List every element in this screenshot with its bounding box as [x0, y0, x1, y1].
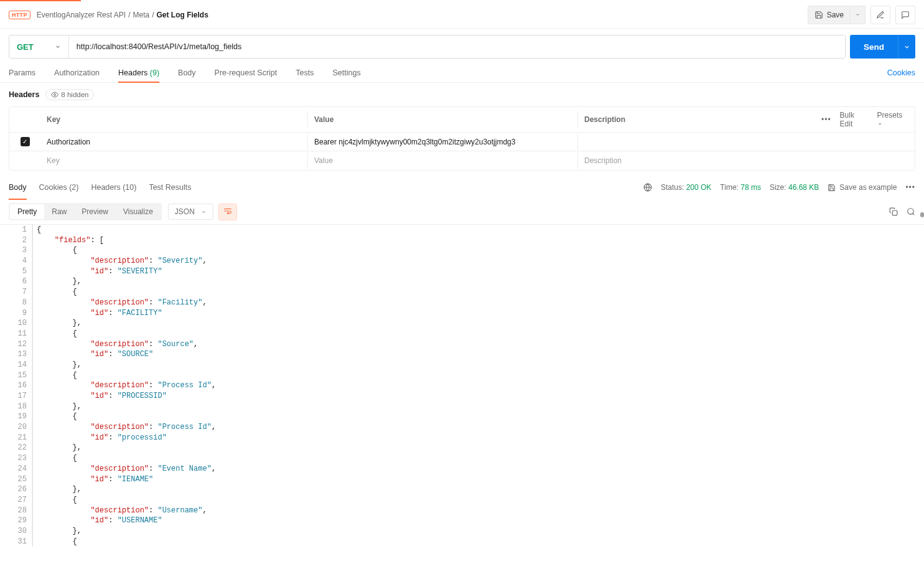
- resp-headers-label: Headers: [91, 183, 120, 192]
- tab-headers-count: (9): [150, 68, 159, 77]
- viewer-bar: Pretty Raw Preview Visualize JSON: [0, 199, 924, 225]
- th-key: Key: [40, 111, 308, 128]
- breadcrumb-root[interactable]: EventlogAnalyzer Rest API: [37, 11, 126, 19]
- headers-table-header-row: Key Value Description ••• Bulk Edit Pres…: [9, 107, 915, 133]
- save-as-example-button[interactable]: Save as example: [828, 183, 897, 192]
- save-button[interactable]: Save: [808, 6, 851, 24]
- code-content: { "fields": [ { "description": "Severity…: [32, 225, 924, 547]
- tab-headers[interactable]: Headers (9): [118, 64, 159, 82]
- resp-tab-test-results[interactable]: Test Results: [149, 179, 191, 195]
- resp-cookies-label: Cookies: [39, 183, 67, 192]
- search-icon[interactable]: [907, 207, 915, 216]
- wrap-icon: [223, 207, 232, 215]
- new-description-input[interactable]: Description: [578, 153, 815, 169]
- chevron-down-icon: [55, 44, 61, 50]
- response-stats: Status: 200 OK Time: 78 ms Size: 46.68 K…: [643, 183, 915, 192]
- request-tabs: Params Authorization Headers (9) Body Pr…: [0, 59, 924, 83]
- format-select[interactable]: JSON: [168, 204, 213, 220]
- more-options-icon[interactable]: •••: [821, 115, 831, 124]
- save-as-example-label: Save as example: [839, 183, 897, 192]
- svg-rect-4: [892, 210, 897, 215]
- svg-point-0: [54, 94, 56, 96]
- tab-headers-label: Headers: [118, 68, 147, 77]
- format-label: JSON: [175, 207, 195, 216]
- tab-tests[interactable]: Tests: [296, 64, 314, 82]
- save-icon: [828, 184, 836, 192]
- cookies-link[interactable]: Cookies: [887, 64, 915, 82]
- svg-line-6: [913, 214, 915, 215]
- svg-point-5: [908, 209, 913, 214]
- response-tabs: Body Cookies (2) Headers (10) Test Resul…: [9, 179, 192, 195]
- th-description: Description: [578, 111, 815, 128]
- more-options-icon[interactable]: •••: [905, 183, 915, 192]
- resp-cookies-count: (2): [69, 183, 78, 192]
- presets-label: Presets: [877, 111, 903, 120]
- edit-button[interactable]: [870, 6, 890, 24]
- cell-description[interactable]: [578, 138, 815, 146]
- headers-table: Key Value Description ••• Bulk Edit Pres…: [9, 106, 915, 171]
- method-select[interactable]: GET: [9, 35, 69, 58]
- resp-tab-headers[interactable]: Headers (10): [91, 179, 136, 195]
- response-body-viewer[interactable]: 1234567891011121314151617181920212223242…: [0, 225, 924, 547]
- status-stat: Status: 200 OK: [661, 183, 711, 192]
- hidden-headers-count: 8 hidden: [61, 91, 88, 98]
- headers-title: Headers: [9, 90, 39, 99]
- view-visualize[interactable]: Visualize: [116, 204, 161, 219]
- comment-icon: [901, 11, 910, 19]
- view-raw[interactable]: Raw: [44, 204, 74, 219]
- hidden-headers-toggle[interactable]: 8 hidden: [45, 89, 94, 100]
- size-stat: Size: 46.68 KB: [770, 183, 819, 192]
- eye-icon: [51, 91, 58, 98]
- copy-icon[interactable]: [889, 207, 898, 216]
- view-mode-tabs: Pretty Raw Preview Visualize: [9, 203, 162, 220]
- send-button-group: Send: [850, 35, 915, 59]
- headers-table-new-row: Key Value Description: [9, 151, 915, 170]
- send-button[interactable]: Send: [850, 35, 898, 59]
- th-value: Value: [308, 111, 578, 128]
- save-button-group: Save: [808, 6, 866, 24]
- chevron-down-icon: [903, 44, 910, 50]
- tab-params[interactable]: Params: [9, 64, 35, 82]
- url-input[interactable]: [69, 35, 845, 58]
- http-badge: HTTP: [9, 11, 30, 19]
- row-checkbox[interactable]: ✓: [21, 137, 30, 146]
- chevron-down-icon: [855, 12, 861, 17]
- view-pretty[interactable]: Pretty: [10, 204, 44, 219]
- save-icon: [814, 11, 823, 19]
- chevron-down-icon: [201, 209, 207, 215]
- view-preview[interactable]: Preview: [74, 204, 116, 219]
- breadcrumb-current: Get Log Fields: [157, 11, 208, 19]
- chevron-down-icon: [877, 121, 882, 126]
- presets-dropdown[interactable]: Presets: [877, 111, 908, 128]
- tab-body[interactable]: Body: [178, 64, 196, 82]
- tab-settings[interactable]: Settings: [332, 64, 360, 82]
- scrollbar-thumb[interactable]: [920, 212, 924, 217]
- tab-toolbar: HTTP EventlogAnalyzer Rest API / Meta / …: [0, 1, 924, 29]
- headers-table-row: ✓ Authorization Bearer njc4zjvlmjktywywn…: [9, 133, 915, 151]
- new-value-input[interactable]: Value: [308, 153, 578, 169]
- method-url-bar: GET: [9, 35, 846, 59]
- save-dropdown-button[interactable]: [851, 6, 866, 24]
- comment-button[interactable]: [895, 6, 915, 24]
- response-bar: Body Cookies (2) Headers (10) Test Resul…: [0, 171, 924, 195]
- new-key-input[interactable]: Key: [40, 153, 308, 169]
- tab-authorization[interactable]: Authorization: [54, 64, 100, 82]
- bulk-edit-link[interactable]: Bulk Edit: [840, 111, 869, 128]
- time-stat: Time: 78 ms: [720, 183, 761, 192]
- pencil-icon: [876, 11, 885, 19]
- line-number-gutter: 1234567891011121314151617181920212223242…: [0, 225, 32, 547]
- resp-headers-count: (10): [123, 183, 136, 192]
- globe-icon[interactable]: [643, 183, 652, 192]
- resp-tab-cookies[interactable]: Cookies (2): [39, 179, 79, 195]
- resp-tab-body[interactable]: Body: [9, 179, 27, 195]
- wrap-toggle[interactable]: [218, 204, 237, 220]
- cell-key[interactable]: Authorization: [40, 134, 308, 150]
- request-row: GET Send: [0, 29, 924, 59]
- save-label: Save: [827, 11, 844, 19]
- send-dropdown-button[interactable]: [898, 35, 915, 59]
- tab-prerequest-script[interactable]: Pre-request Script: [215, 64, 278, 82]
- method-value: GET: [17, 42, 34, 52]
- breadcrumb-mid[interactable]: Meta: [133, 11, 149, 19]
- headers-section-head: Headers 8 hidden: [0, 83, 924, 106]
- cell-value[interactable]: Bearer njc4zjvlmjktywywny00m2q3ltg0m2itz…: [308, 134, 578, 150]
